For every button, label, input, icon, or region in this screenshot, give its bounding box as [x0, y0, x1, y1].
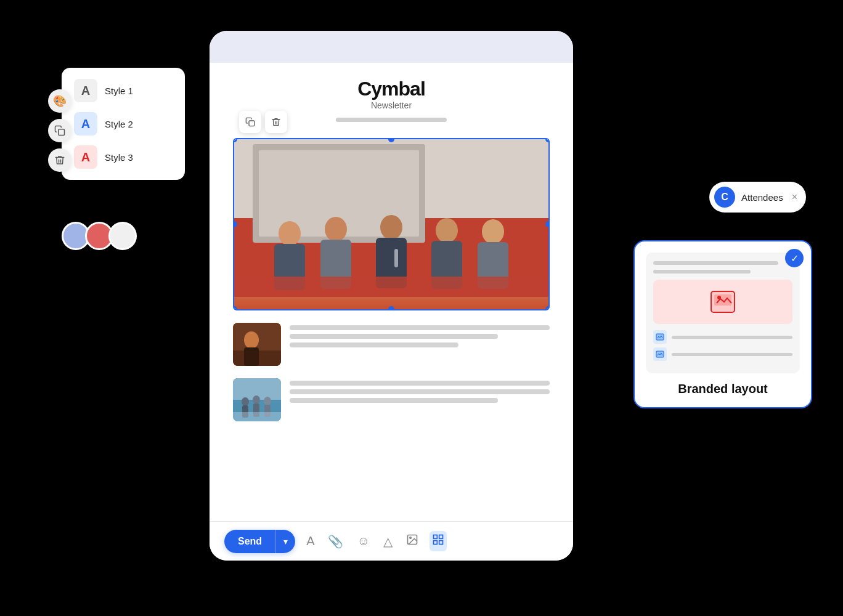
- preview-small-img-1: [653, 330, 667, 344]
- thumbnail-image-2: [233, 378, 281, 421]
- palette-icon[interactable]: 🎨: [48, 89, 71, 113]
- text-line: [290, 342, 458, 347]
- svg-point-7: [279, 221, 301, 246]
- handle-tr[interactable]: [545, 138, 550, 142]
- branded-layout-title: Branded layout: [646, 382, 800, 396]
- text-line: [290, 381, 550, 386]
- preview-small-row-1: [653, 330, 792, 344]
- svg-rect-31: [233, 412, 281, 421]
- svg-point-9: [325, 217, 347, 241]
- svg-point-14: [436, 218, 458, 243]
- style-picker-panel: A Style 1 A Style 2 A Style 3: [62, 68, 185, 180]
- attendees-avatar: C: [714, 187, 735, 208]
- email-body: Cymbal Newsletter: [210, 63, 573, 446]
- svg-rect-0: [59, 129, 65, 136]
- svg-point-33: [410, 537, 412, 539]
- trash-icon[interactable]: [48, 148, 71, 172]
- style-1-letter: A: [74, 79, 97, 102]
- email-bottom-toolbar: Send ▾ A 📎 ☺ △: [210, 521, 573, 561]
- attachment-toolbar-icon[interactable]: 📎: [325, 532, 346, 551]
- scene: A Style 1 A Style 2 A Style 3 🎨: [0, 0, 843, 616]
- svg-rect-36: [433, 541, 437, 545]
- image-copy-button[interactable]: [239, 111, 261, 133]
- handle-br[interactable]: [545, 306, 550, 310]
- svg-point-11: [380, 215, 402, 240]
- email-subtitle: Newsletter: [210, 100, 573, 110]
- preview-small-img-2: [653, 347, 667, 361]
- conference-scene-image: [234, 139, 548, 309]
- text-line: [290, 325, 550, 330]
- swatch-white[interactable]: [108, 222, 137, 250]
- email-logo: Cymbal: [210, 78, 573, 100]
- svg-rect-37: [439, 541, 443, 545]
- email-subtitle-line: [336, 118, 447, 122]
- attendees-label: Attendees: [741, 192, 783, 203]
- style-1-label: Style 1: [105, 86, 133, 96]
- svg-point-16: [482, 219, 504, 244]
- text-format-toolbar-icon[interactable]: A: [304, 532, 317, 551]
- hero-image[interactable]: [233, 138, 550, 310]
- thumbnail-image-1: [233, 323, 281, 366]
- handle-bl[interactable]: [233, 306, 237, 310]
- style-3-label: Style 3: [105, 152, 133, 163]
- svg-rect-18: [234, 277, 548, 297]
- svg-rect-22: [233, 351, 281, 366]
- svg-point-27: [253, 395, 260, 404]
- emoji-toolbar-icon[interactable]: ☺: [354, 532, 372, 551]
- text-line: [290, 398, 498, 403]
- color-swatches: [62, 222, 137, 250]
- content-row-1: [233, 323, 550, 366]
- text-lines-1: [290, 323, 550, 347]
- style-2-letter: A: [74, 112, 97, 136]
- image-toolbar-icon[interactable]: [404, 531, 421, 551]
- svg-point-20: [244, 331, 259, 349]
- preview-text-line: [672, 336, 792, 339]
- send-button[interactable]: Send: [224, 530, 275, 553]
- branded-layout-preview: [646, 253, 800, 373]
- send-dropdown-button[interactable]: ▾: [275, 530, 295, 553]
- svg-rect-42: [656, 351, 664, 357]
- preview-text-line: [672, 353, 792, 356]
- shapes-toolbar-icon[interactable]: △: [381, 532, 395, 551]
- svg-rect-41: [656, 334, 664, 340]
- svg-rect-34: [433, 535, 437, 539]
- content-row-2: [233, 378, 550, 421]
- branded-layout-check: ✓: [785, 249, 804, 267]
- cymbal-logo-text: Cymbal: [357, 78, 425, 100]
- copy-icon[interactable]: [48, 119, 71, 142]
- style-2-label: Style 2: [105, 119, 133, 129]
- text-line: [290, 389, 550, 394]
- attendees-chip[interactable]: C Attendees ×: [709, 182, 806, 213]
- layout-toolbar-icon[interactable]: [430, 531, 447, 551]
- text-line: [290, 334, 498, 339]
- svg-point-25: [242, 397, 249, 406]
- preview-small-row-2: [653, 347, 792, 361]
- preview-hero-image: [653, 280, 792, 324]
- text-lines-2: [290, 378, 550, 403]
- svg-point-29: [264, 397, 271, 405]
- email-content-area: [210, 310, 573, 421]
- email-top-bar: [210, 31, 573, 63]
- preview-line-2: [653, 270, 751, 274]
- check-icon: ✓: [791, 253, 799, 264]
- hero-image-wrapper[interactable]: [233, 138, 550, 310]
- image-action-buttons: [239, 111, 287, 133]
- svg-rect-35: [439, 535, 443, 539]
- send-button-group: Send ▾: [224, 530, 295, 553]
- svg-rect-1: [249, 121, 255, 126]
- handle-mr[interactable]: [545, 221, 550, 227]
- image-delete-button[interactable]: [265, 111, 287, 133]
- svg-point-40: [717, 296, 721, 299]
- style-option-1[interactable]: A Style 1: [70, 74, 176, 107]
- style-3-letter: A: [74, 145, 97, 169]
- svg-rect-13: [394, 249, 398, 267]
- attendees-close-button[interactable]: ×: [792, 192, 797, 203]
- float-toolbar: 🎨: [48, 89, 71, 172]
- style-option-2[interactable]: A Style 2: [70, 107, 176, 140]
- preview-line-1: [653, 261, 778, 265]
- branded-layout-card[interactable]: ✓: [633, 240, 812, 408]
- email-mockup: Cymbal Newsletter: [210, 31, 573, 561]
- handle-bm[interactable]: [388, 306, 394, 310]
- style-option-3[interactable]: A Style 3: [70, 140, 176, 174]
